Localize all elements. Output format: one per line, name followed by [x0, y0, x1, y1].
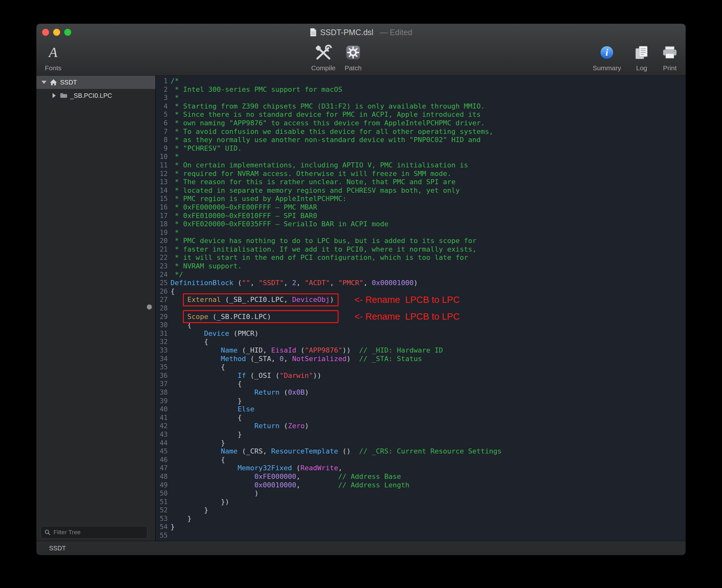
code-line[interactable]: 50 )	[156, 489, 686, 498]
code-line[interactable]: 45 Name (_CRS, ResourceTemplate () // _C…	[156, 447, 686, 456]
code-text	[168, 304, 171, 313]
line-number: 29	[156, 313, 168, 321]
code-line[interactable]: 41 {	[156, 414, 686, 422]
code-line[interactable]: 3 *	[156, 94, 686, 102]
line-number: 2	[156, 85, 168, 94]
line-number: 34	[156, 355, 168, 363]
code-line[interactable]: 12 * required for NVRAM access. Otherwis…	[156, 170, 686, 178]
compile-label: Compile	[311, 64, 335, 72]
code-line[interactable]: 55	[156, 531, 686, 540]
code-line[interactable]: 52 }	[156, 506, 686, 514]
code-lines: 1/*2 * Intel 300-series PMC support for …	[156, 76, 686, 541]
line-number: 14	[156, 186, 168, 195]
code-line[interactable]: 48 0xFE000000, // Address Base	[156, 472, 686, 481]
code-line[interactable]: 23 * NVRAM support.	[156, 262, 686, 271]
code-line[interactable]: 19 *	[156, 229, 686, 237]
line-number: 41	[156, 414, 168, 422]
code-text: * On certain implementations, including …	[168, 161, 468, 170]
line-number: 8	[156, 136, 168, 144]
code-line[interactable]: 31 Device (PMCR)	[156, 330, 686, 338]
code-text: Device (PMCR)	[168, 330, 258, 338]
line-number: 30	[156, 321, 168, 330]
code-line[interactable]: 15 * PMC region is used by AppleIntelPCH…	[156, 195, 686, 203]
code-line[interactable]: 6 * own naming "APP9876" to access this …	[156, 119, 686, 128]
code-line[interactable]: 5 * Since there is no standard device fo…	[156, 110, 686, 119]
line-number: 12	[156, 170, 168, 178]
code-line[interactable]: 36 If (_OSI ("Darwin"))	[156, 372, 686, 380]
print-icon	[662, 46, 677, 59]
code-text: }	[168, 430, 242, 439]
code-line[interactable]: 40 Else	[156, 405, 686, 414]
line-number: 13	[156, 178, 168, 186]
compile-button[interactable]: Compile	[309, 41, 338, 72]
line-number: 40	[156, 405, 168, 414]
disclosure-down-icon[interactable]	[41, 81, 46, 84]
code-line[interactable]: 44 }	[156, 439, 686, 447]
code-line[interactable]: 25DefinitionBlock ("", "SSDT", 2, "ACDT"…	[156, 279, 686, 287]
line-number: 52	[156, 506, 168, 514]
line-number: 1	[156, 77, 168, 85]
code-line[interactable]: 4 * Starting from Z390 chipsets PMC (D31…	[156, 102, 686, 111]
code-line[interactable]: 37 {	[156, 380, 686, 388]
filter-tree-input[interactable]	[54, 529, 144, 536]
line-number: 26	[156, 287, 168, 296]
code-text: Return (0x0B)	[168, 388, 309, 397]
code-line[interactable]: 33 Name (_HID, EisaId ("APP9876")) // _H…	[156, 346, 686, 355]
print-button[interactable]: Print	[662, 41, 677, 72]
summary-button[interactable]: i Summary	[593, 41, 621, 72]
code-line[interactable]: 54}	[156, 523, 686, 531]
code-text: {	[168, 363, 225, 372]
line-number: 5	[156, 110, 168, 119]
summary-icon: i	[600, 46, 614, 59]
folder-icon	[60, 93, 67, 99]
sidebar-item-ssdt[interactable]: SSDT	[36, 76, 155, 89]
code-line[interactable]: 16 * 0xFE000000~0xFE00FFFF — PMC MBAR	[156, 203, 686, 212]
code-line[interactable]: 9 * "PCHRESV" UID.	[156, 144, 686, 153]
filter-tree-field[interactable]	[41, 526, 147, 539]
line-number: 20	[156, 237, 168, 245]
code-line[interactable]: 35 {	[156, 363, 686, 372]
sidebar-item-sb-pci0-lpc[interactable]: _SB.PCI0.LPC	[36, 89, 155, 102]
code-line[interactable]: 1/*	[156, 77, 686, 85]
line-number: 32	[156, 338, 168, 346]
line-number: 36	[156, 372, 168, 380]
code-line[interactable]: 43 }	[156, 430, 686, 439]
code-text: * 0xFE020000~0xFE035FFF — SerialIo BAR i…	[168, 220, 388, 229]
code-line[interactable]: 24 */	[156, 271, 686, 279]
code-line[interactable]: 49 0x00010000, // Address Length	[156, 481, 686, 489]
code-line[interactable]: 2 * Intel 300-series PMC support for mac…	[156, 85, 686, 94]
code-text: {	[168, 380, 242, 388]
sidebar-item-label: SSDT	[60, 79, 77, 86]
code-line[interactable]: 46 {	[156, 456, 686, 464]
code-line[interactable]: 13 * The reason for this is rather uncle…	[156, 178, 686, 186]
log-button[interactable]: Log	[634, 41, 649, 72]
code-line[interactable]: 34 Method (_STA, 0, NotSerialized) // _S…	[156, 355, 686, 363]
code-line[interactable]: 18 * 0xFE020000~0xFE035FFF — SerialIo BA…	[156, 220, 686, 229]
code-line[interactable]: 17 * 0xFE010000~0xFE010FFF — SPI BAR0	[156, 212, 686, 220]
code-line[interactable]: 53 }	[156, 514, 686, 523]
code-line[interactable]: 10 *	[156, 152, 686, 161]
code-line[interactable]: 21 * faster initialisation. If we add it…	[156, 245, 686, 254]
code-line[interactable]: 51 })	[156, 498, 686, 506]
code-line[interactable]: 32 {	[156, 338, 686, 346]
code-line[interactable]: 20 * PMC device has nothing to do to LPC…	[156, 237, 686, 245]
disclosure-right-icon[interactable]	[52, 93, 56, 98]
line-number: 7	[156, 128, 168, 136]
code-line[interactable]: 38 Return (0x0B)	[156, 388, 686, 397]
code-line[interactable]: 8 * as they normally use another non-sta…	[156, 136, 686, 144]
code-line[interactable]: 22 * it will start in the end of PCI con…	[156, 253, 686, 262]
code-line[interactable]: 7 * To avoid confusion we disable this d…	[156, 128, 686, 136]
line-number: 3	[156, 94, 168, 102]
patch-button[interactable]: Patch	[339, 41, 367, 72]
line-number: 24	[156, 271, 168, 279]
code-text: * own naming "APP9876" to access this de…	[168, 119, 485, 128]
code-line[interactable]: 47 Memory32Fixed (ReadWrite,	[156, 464, 686, 472]
code-editor[interactable]: 1/*2 * Intel 300-series PMC support for …	[156, 76, 686, 541]
fonts-button[interactable]: A Fonts	[39, 41, 67, 72]
code-line[interactable]: 42 Return (Zero)	[156, 422, 686, 430]
line-number: 51	[156, 498, 168, 506]
code-line[interactable]: 11 * On certain implementations, includi…	[156, 161, 686, 170]
code-line[interactable]: 14 * located in separate memory regions …	[156, 186, 686, 195]
code-text: }	[168, 514, 191, 523]
code-line[interactable]: 39 }	[156, 397, 686, 405]
